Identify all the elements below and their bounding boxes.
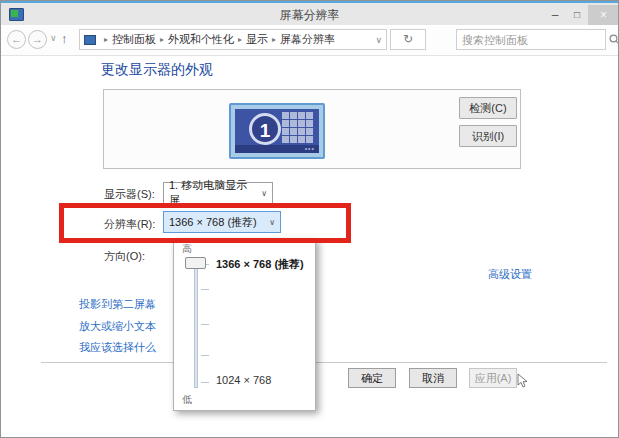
display-combobox-value: 1. 移动电脑显示屏	[169, 178, 253, 208]
start-screen-tiles	[282, 112, 316, 143]
breadcrumb-separator: ▸	[104, 35, 108, 44]
forward-icon[interactable]: →	[28, 30, 47, 49]
breadcrumb-item-control-panel[interactable]: 控制面板	[112, 32, 156, 47]
back-icon[interactable]: ←	[7, 30, 26, 49]
refresh-icon[interactable]: ↻	[390, 29, 426, 50]
breadcrumb-item-screen-resolution[interactable]: 屏幕分辨率	[280, 32, 335, 47]
slider-tick	[201, 289, 209, 290]
resolution-dropdown-panel: 高 1366 × 768 (推荐) 1024 × 768 低	[173, 239, 316, 411]
monitor-screen: 1 •••	[235, 109, 319, 153]
search-input[interactable]	[457, 34, 609, 46]
history-chevron-down-icon[interactable]: ∨	[50, 33, 57, 43]
slider-low-label: 低	[182, 393, 192, 407]
slider-tick	[201, 382, 209, 383]
monitor-taskbar: •••	[235, 145, 319, 153]
screen-resolution-window: 屏幕分辨率 – □ × ← → ∨ ↑ ▸ 控制面板 ▸ 外观和个性化 ▸ 显示…	[0, 0, 619, 438]
chevron-down-icon: ∨	[253, 189, 267, 198]
slider-high-label: 高	[182, 242, 192, 256]
search-box[interactable]	[456, 29, 606, 50]
breadcrumb-separator: ▸	[238, 35, 242, 44]
slider-tick	[201, 324, 209, 325]
chevron-down-icon: ∨	[261, 218, 275, 227]
monitor-number-badge: 1	[249, 113, 281, 145]
resolution-option-1024[interactable]: 1024 × 768	[216, 374, 271, 386]
apply-button[interactable]: 应用(A)	[469, 368, 517, 388]
breadcrumb-item-appearance[interactable]: 外观和个性化	[168, 32, 234, 47]
breadcrumb-item-display[interactable]: 显示	[246, 32, 268, 47]
titlebar: 屏幕分辨率 – □ ×	[1, 1, 618, 25]
resize-text-link[interactable]: 放大或缩小文本	[79, 319, 156, 334]
divider	[41, 362, 607, 363]
address-bar: ← → ∨ ↑ ▸ 控制面板 ▸ 外观和个性化 ▸ 显示 ▸ 屏幕分辨率 ∨ ↻	[1, 27, 618, 56]
resolution-slider-track[interactable]	[194, 262, 198, 388]
monitor-preview-panel: 1 ••• 检测(C) 识别(I)	[103, 89, 521, 169]
monitor-preview[interactable]: 1 •••	[229, 103, 325, 159]
resolution-combobox[interactable]: 1366 × 768 (推荐) ∨	[163, 211, 281, 233]
window-title: 屏幕分辨率	[1, 7, 618, 24]
resolution-option-selected[interactable]: 1366 × 768 (推荐)	[216, 257, 304, 272]
orientation-label: 方向(O):	[104, 249, 145, 264]
slider-tick	[201, 355, 209, 356]
maximize-button[interactable]: □	[566, 5, 588, 25]
project-second-screen-link[interactable]: 投影到第二屏幕	[79, 297, 156, 312]
search-icon[interactable]	[609, 31, 619, 49]
minimize-button[interactable]: –	[544, 5, 566, 25]
control-panel-icon	[84, 35, 96, 45]
display-combobox[interactable]: 1. 移动电脑显示屏 ∨	[163, 182, 273, 204]
cancel-button[interactable]: 取消	[409, 368, 457, 388]
taskbar-dots: •••	[305, 147, 315, 151]
breadcrumb-separator: ▸	[160, 35, 164, 44]
resolution-combobox-value: 1366 × 768 (推荐)	[169, 215, 257, 230]
display-label: 显示器(S):	[104, 187, 155, 202]
breadcrumb[interactable]: ▸ 控制面板 ▸ 外观和个性化 ▸ 显示 ▸ 屏幕分辨率 ∨	[79, 29, 387, 50]
resolution-label: 分辨率(R):	[104, 217, 155, 232]
advanced-settings-link[interactable]: 高级设置	[488, 267, 532, 282]
page-title: 更改显示器的外观	[101, 61, 213, 79]
ok-button[interactable]: 确定	[348, 368, 396, 388]
resolution-slider-thumb[interactable]	[185, 257, 206, 269]
which-settings-link[interactable]: 我应该选择什么	[79, 340, 156, 355]
detect-button[interactable]: 检测(C)	[459, 97, 517, 119]
address-chevron-down-icon[interactable]: ∨	[375, 35, 382, 45]
up-arrow-icon[interactable]: ↑	[61, 31, 68, 46]
close-button[interactable]: ×	[588, 5, 619, 25]
identify-button[interactable]: 识别(I)	[459, 125, 517, 147]
breadcrumb-separator: ▸	[272, 35, 276, 44]
mouse-cursor-icon	[517, 373, 529, 393]
